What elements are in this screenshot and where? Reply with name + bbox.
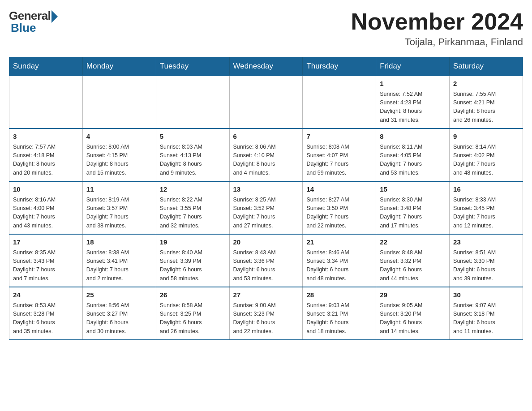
calendar-cell: 13Sunrise: 8:25 AM Sunset: 3:52 PM Dayli… [229, 181, 303, 234]
week-row-2: 3Sunrise: 7:57 AM Sunset: 4:18 PM Daylig… [9, 128, 523, 181]
day-info: Sunrise: 9:00 AM Sunset: 3:23 PM Dayligh… [233, 301, 299, 336]
day-number: 25 [86, 290, 152, 300]
day-number: 3 [13, 132, 79, 142]
page-header: General Blue November 2024 Toijala, Pirk… [9, 9, 523, 48]
day-number: 27 [233, 290, 299, 300]
day-info: Sunrise: 8:19 AM Sunset: 3:57 PM Dayligh… [86, 196, 152, 231]
weekday-header-wednesday: Wednesday [229, 57, 303, 76]
calendar-cell: 4Sunrise: 8:00 AM Sunset: 4:15 PM Daylig… [82, 128, 156, 181]
calendar-cell: 27Sunrise: 9:00 AM Sunset: 3:23 PM Dayli… [229, 287, 303, 340]
day-number: 10 [13, 184, 79, 195]
day-info: Sunrise: 8:51 AM Sunset: 3:30 PM Dayligh… [453, 248, 519, 283]
day-number: 13 [233, 184, 299, 195]
day-number: 26 [160, 290, 226, 300]
day-number: 9 [453, 132, 519, 142]
calendar-cell: 22Sunrise: 8:48 AM Sunset: 3:32 PM Dayli… [376, 234, 450, 287]
calendar-cell: 12Sunrise: 8:22 AM Sunset: 3:55 PM Dayli… [156, 181, 229, 234]
day-info: Sunrise: 8:46 AM Sunset: 3:34 PM Dayligh… [306, 248, 372, 283]
calendar-cell: 6Sunrise: 8:06 AM Sunset: 4:10 PM Daylig… [229, 128, 303, 181]
weekday-header-row: SundayMondayTuesdayWednesdayThursdayFrid… [9, 57, 523, 76]
calendar-cell: 21Sunrise: 8:46 AM Sunset: 3:34 PM Dayli… [303, 234, 376, 287]
day-number: 8 [380, 132, 446, 142]
day-number: 7 [306, 132, 372, 142]
day-info: Sunrise: 9:03 AM Sunset: 3:21 PM Dayligh… [306, 301, 372, 336]
calendar-cell [82, 76, 156, 128]
day-info: Sunrise: 8:03 AM Sunset: 4:13 PM Dayligh… [160, 143, 226, 178]
day-info: Sunrise: 8:11 AM Sunset: 4:05 PM Dayligh… [380, 143, 446, 178]
week-row-5: 24Sunrise: 8:53 AM Sunset: 3:28 PM Dayli… [9, 287, 523, 340]
day-number: 17 [13, 237, 79, 248]
calendar-cell: 25Sunrise: 8:56 AM Sunset: 3:27 PM Dayli… [82, 287, 156, 340]
day-number: 16 [453, 184, 519, 195]
weekday-header-thursday: Thursday [303, 57, 376, 76]
day-number: 2 [453, 79, 519, 89]
weekday-header-saturday: Saturday [450, 57, 523, 76]
calendar-cell: 1Sunrise: 7:52 AM Sunset: 4:23 PM Daylig… [376, 76, 450, 128]
day-number: 23 [453, 237, 519, 248]
day-number: 15 [380, 184, 446, 195]
calendar-cell: 20Sunrise: 8:43 AM Sunset: 3:36 PM Dayli… [229, 234, 303, 287]
calendar-cell: 19Sunrise: 8:40 AM Sunset: 3:39 PM Dayli… [156, 234, 229, 287]
day-number: 21 [306, 237, 372, 248]
day-number: 11 [86, 184, 152, 195]
calendar-cell: 17Sunrise: 8:35 AM Sunset: 3:43 PM Dayli… [9, 234, 83, 287]
weekday-header-sunday: Sunday [9, 57, 83, 76]
calendar-cell: 24Sunrise: 8:53 AM Sunset: 3:28 PM Dayli… [9, 287, 83, 340]
calendar-cell: 14Sunrise: 8:27 AM Sunset: 3:50 PM Dayli… [303, 181, 376, 234]
day-number: 14 [306, 184, 372, 195]
calendar-table: SundayMondayTuesdayWednesdayThursdayFrid… [9, 57, 523, 340]
day-info: Sunrise: 8:48 AM Sunset: 3:32 PM Dayligh… [380, 248, 446, 283]
week-row-1: 1Sunrise: 7:52 AM Sunset: 4:23 PM Daylig… [9, 76, 523, 128]
logo: General Blue [9, 9, 58, 35]
day-info: Sunrise: 8:27 AM Sunset: 3:50 PM Dayligh… [306, 196, 372, 231]
calendar-cell: 30Sunrise: 9:07 AM Sunset: 3:18 PM Dayli… [450, 287, 523, 340]
calendar-cell: 23Sunrise: 8:51 AM Sunset: 3:30 PM Dayli… [450, 234, 523, 287]
calendar-cell: 26Sunrise: 8:58 AM Sunset: 3:25 PM Dayli… [156, 287, 229, 340]
logo-arrow-icon [51, 10, 58, 23]
day-number: 18 [86, 237, 152, 248]
day-info: Sunrise: 7:57 AM Sunset: 4:18 PM Dayligh… [13, 143, 79, 178]
day-info: Sunrise: 8:56 AM Sunset: 3:27 PM Dayligh… [86, 301, 152, 336]
day-info: Sunrise: 8:53 AM Sunset: 3:28 PM Dayligh… [13, 301, 79, 336]
day-info: Sunrise: 8:22 AM Sunset: 3:55 PM Dayligh… [160, 196, 226, 231]
day-info: Sunrise: 8:08 AM Sunset: 4:07 PM Dayligh… [306, 143, 372, 178]
day-info: Sunrise: 8:16 AM Sunset: 4:00 PM Dayligh… [13, 196, 79, 231]
weekday-header-tuesday: Tuesday [156, 57, 229, 76]
calendar-cell [229, 76, 303, 128]
day-number: 24 [13, 290, 79, 300]
calendar-cell: 8Sunrise: 8:11 AM Sunset: 4:05 PM Daylig… [376, 128, 450, 181]
calendar-cell: 18Sunrise: 8:38 AM Sunset: 3:41 PM Dayli… [82, 234, 156, 287]
day-info: Sunrise: 8:30 AM Sunset: 3:48 PM Dayligh… [380, 196, 446, 231]
day-number: 12 [160, 184, 226, 195]
calendar-cell: 2Sunrise: 7:55 AM Sunset: 4:21 PM Daylig… [450, 76, 523, 128]
day-number: 1 [380, 79, 446, 89]
day-info: Sunrise: 8:33 AM Sunset: 3:45 PM Dayligh… [453, 196, 519, 231]
calendar-cell: 16Sunrise: 8:33 AM Sunset: 3:45 PM Dayli… [450, 181, 523, 234]
day-number: 4 [86, 132, 152, 142]
day-info: Sunrise: 7:55 AM Sunset: 4:21 PM Dayligh… [453, 90, 519, 125]
calendar-cell: 28Sunrise: 9:03 AM Sunset: 3:21 PM Dayli… [303, 287, 376, 340]
day-number: 19 [160, 237, 226, 248]
day-info: Sunrise: 8:35 AM Sunset: 3:43 PM Dayligh… [13, 248, 79, 283]
day-number: 22 [380, 237, 446, 248]
calendar-cell: 5Sunrise: 8:03 AM Sunset: 4:13 PM Daylig… [156, 128, 229, 181]
weekday-header-monday: Monday [82, 57, 156, 76]
calendar-cell: 29Sunrise: 9:05 AM Sunset: 3:20 PM Dayli… [376, 287, 450, 340]
week-row-3: 10Sunrise: 8:16 AM Sunset: 4:00 PM Dayli… [9, 181, 523, 234]
day-info: Sunrise: 8:43 AM Sunset: 3:36 PM Dayligh… [233, 248, 299, 283]
calendar-cell: 11Sunrise: 8:19 AM Sunset: 3:57 PM Dayli… [82, 181, 156, 234]
weekday-header-friday: Friday [376, 57, 450, 76]
day-number: 29 [380, 290, 446, 300]
day-info: Sunrise: 9:07 AM Sunset: 3:18 PM Dayligh… [453, 301, 519, 336]
calendar-cell [156, 76, 229, 128]
day-info: Sunrise: 8:06 AM Sunset: 4:10 PM Dayligh… [233, 143, 299, 178]
day-info: Sunrise: 8:14 AM Sunset: 4:02 PM Dayligh… [453, 143, 519, 178]
calendar-cell: 9Sunrise: 8:14 AM Sunset: 4:02 PM Daylig… [450, 128, 523, 181]
calendar-cell: 15Sunrise: 8:30 AM Sunset: 3:48 PM Dayli… [376, 181, 450, 234]
day-info: Sunrise: 7:52 AM Sunset: 4:23 PM Dayligh… [380, 90, 446, 125]
week-row-4: 17Sunrise: 8:35 AM Sunset: 3:43 PM Dayli… [9, 234, 523, 287]
calendar-cell [303, 76, 376, 128]
calendar-cell: 3Sunrise: 7:57 AM Sunset: 4:18 PM Daylig… [9, 128, 83, 181]
day-number: 5 [160, 132, 226, 142]
day-info: Sunrise: 8:40 AM Sunset: 3:39 PM Dayligh… [160, 248, 226, 283]
